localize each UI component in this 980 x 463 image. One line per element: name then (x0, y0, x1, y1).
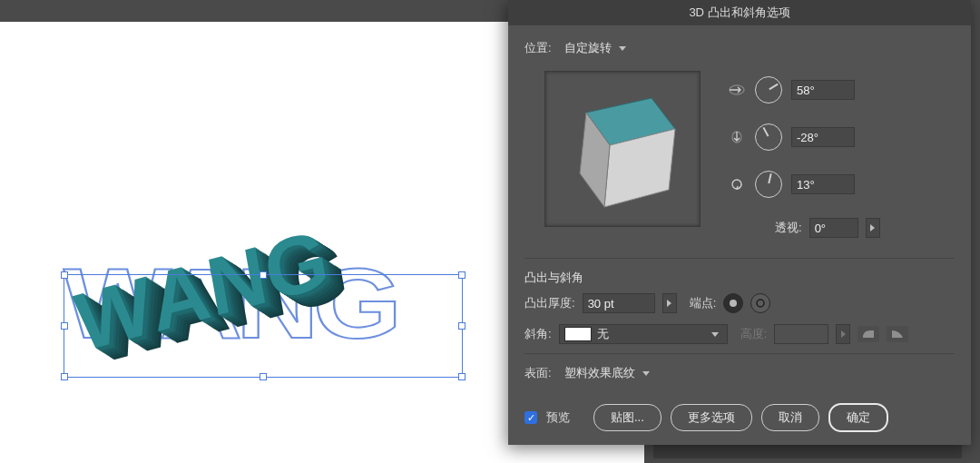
bevel-height-stepper (836, 324, 850, 344)
cap-off-button[interactable] (750, 293, 770, 313)
cap-hollow-icon (755, 298, 766, 309)
cap-solid-icon (728, 298, 739, 309)
bevel-height-label: 高度: (740, 326, 768, 342)
bevel-height-field (774, 324, 828, 344)
perspective-value: 0° (815, 222, 826, 235)
rotate-x-value: 58° (797, 84, 815, 97)
resize-handle[interactable] (458, 271, 466, 279)
preview-checkbox[interactable]: ✓ (524, 411, 537, 424)
bevel-out-icon[interactable] (887, 326, 908, 342)
rotation-controls: 58° -28° 13° (728, 71, 880, 238)
position-dropdown-value: 自定旋转 (564, 40, 612, 56)
extrude-depth-value: 30 pt (588, 297, 614, 310)
extrude-depth-label: 凸出厚度: (524, 295, 575, 311)
cap-label: 端点: (690, 295, 717, 311)
bevel-swatch (564, 327, 592, 341)
surface-label: 表面: (524, 365, 552, 381)
resize-handle[interactable] (260, 271, 267, 279)
surface-dropdown-value: 塑料效果底纹 (564, 365, 635, 381)
rotate-x-field[interactable]: 58° (791, 80, 855, 100)
rotate-x-dial[interactable] (755, 76, 782, 103)
bevel-out-shape-icon (890, 329, 905, 340)
rotate-z-icon (728, 178, 746, 191)
rotate-y-icon (728, 131, 746, 143)
chevron-right-icon (841, 330, 846, 338)
chevron-right-icon (870, 224, 875, 232)
perspective-label: 透视: (775, 220, 802, 236)
rotate-z-value: 13° (797, 178, 815, 192)
more-options-button[interactable]: 更多选项 (671, 404, 752, 431)
extrude-section-title: 凸出与斜角 (508, 262, 971, 288)
extrude-depth-field[interactable]: 30 pt (583, 293, 655, 313)
svg-point-6 (730, 300, 737, 307)
bevel-value: 无 (597, 326, 609, 342)
chevron-down-icon (642, 371, 650, 376)
chevron-right-icon (667, 300, 671, 307)
map-art-button[interactable]: 贴图... (593, 404, 662, 431)
bevel-dropdown[interactable]: 无 (559, 324, 728, 344)
bevel-in-shape-icon (861, 329, 876, 340)
chevron-down-icon (619, 46, 626, 51)
cube-icon (562, 84, 683, 215)
resize-handle[interactable] (260, 373, 267, 380)
preview-checkbox-label: 预览 (546, 409, 570, 426)
selection-bounding-box[interactable] (64, 274, 463, 378)
rotate-z-field[interactable]: 13° (791, 174, 855, 194)
surface-dropdown[interactable]: 塑料效果底纹 (559, 363, 659, 383)
dialog-3d-extrude-bevel: 3D 凸出和斜角选项 位置: 自定旋转 58° (508, 0, 971, 445)
rotate-z-dial[interactable] (755, 171, 782, 198)
perspective-stepper[interactable] (866, 218, 880, 238)
rotate-x-icon (728, 84, 746, 96)
bevel-label: 斜角: (524, 326, 552, 342)
rotate-y-dial[interactable] (755, 123, 782, 151)
separator (524, 353, 955, 354)
bevel-in-icon[interactable] (858, 326, 879, 342)
resize-handle[interactable] (61, 271, 68, 279)
separator (524, 258, 955, 259)
perspective-field[interactable]: 0° (809, 218, 858, 238)
resize-handle[interactable] (61, 373, 68, 380)
chevron-down-icon (711, 332, 719, 337)
resize-handle[interactable] (458, 373, 466, 380)
position-dropdown[interactable]: 自定旋转 (559, 38, 635, 58)
rotate-y-field[interactable]: -28° (791, 127, 855, 147)
ok-button[interactable]: 确定 (828, 403, 888, 432)
extrude-depth-stepper[interactable] (662, 293, 677, 313)
resize-handle[interactable] (61, 322, 68, 330)
rotate-y-value: -28° (797, 131, 818, 144)
rotation-cube-preview[interactable] (544, 71, 701, 227)
cap-on-button[interactable] (723, 293, 743, 313)
svg-point-7 (757, 300, 764, 307)
dialog-title: 3D 凸出和斜角选项 (508, 0, 971, 25)
position-label: 位置: (524, 40, 552, 56)
cancel-button[interactable]: 取消 (761, 404, 819, 431)
resize-handle[interactable] (458, 322, 466, 330)
